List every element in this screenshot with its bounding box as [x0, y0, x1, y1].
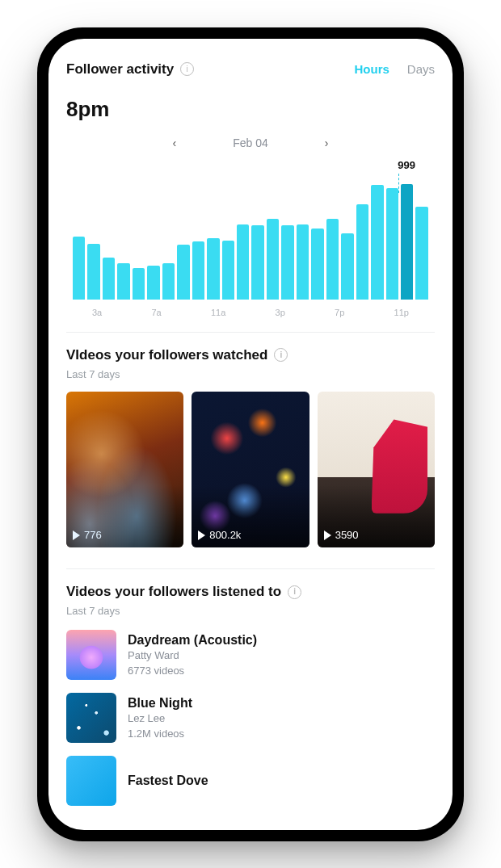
chart-callout-value: 999 — [398, 159, 415, 171]
song-row[interactable]: Daydream (Acoustic) Patty Ward 6773 vide… — [66, 630, 435, 680]
prev-date-button[interactable]: ‹ — [173, 136, 177, 149]
song-artist: Lez Lee — [128, 712, 192, 724]
chart-bar[interactable] — [297, 224, 309, 300]
date-label: Feb 04 — [233, 136, 268, 149]
next-date-button[interactable]: › — [325, 136, 329, 149]
watched-section-title: VIdeos your followers watched — [66, 347, 267, 363]
song-title: Blue Night — [128, 696, 192, 711]
screen: Follower activity i Hours Days 8pm ‹ Feb… — [48, 39, 453, 830]
album-art — [66, 756, 116, 806]
axis-tick: 3p — [276, 308, 285, 317]
video-thumbnail[interactable]: 800.2k — [192, 392, 309, 548]
song-video-count: 6773 videos — [128, 665, 257, 677]
page-title: Follower activity — [66, 61, 174, 78]
axis-tick: 7p — [335, 308, 344, 317]
chart-bar[interactable] — [133, 268, 145, 300]
tab-days[interactable]: Days — [407, 62, 435, 76]
chart-bar[interactable] — [267, 219, 279, 300]
info-icon[interactable]: i — [180, 62, 194, 76]
song-title: Fastest Dove — [128, 774, 208, 788]
song-row[interactable]: Fastest Dove — [66, 756, 435, 806]
chart-bar[interactable] — [281, 225, 293, 299]
phone-frame: Follower activity i Hours Days 8pm ‹ Feb… — [37, 27, 464, 841]
album-art — [66, 693, 116, 743]
listened-subtitle: Last 7 days — [66, 605, 435, 617]
play-count: 800.2k — [209, 529, 241, 541]
date-navigator: ‹ Feb 04 › — [66, 136, 435, 149]
song-row[interactable]: Blue Night Lez Lee 1.2M videos — [66, 693, 435, 743]
chart-bar[interactable] — [237, 224, 249, 300]
chart-bar[interactable] — [386, 188, 398, 299]
selected-hour: 8pm — [66, 97, 435, 122]
song-video-count: 1.2M videos — [128, 728, 192, 740]
chart-bar[interactable] — [356, 204, 368, 299]
chart-bar[interactable] — [192, 241, 204, 299]
axis-tick: 3a — [92, 308, 102, 317]
chart-bar[interactable] — [311, 229, 323, 299]
info-icon[interactable]: i — [274, 348, 288, 362]
chart-bar[interactable] — [326, 219, 339, 300]
tab-hours[interactable]: Hours — [354, 62, 389, 76]
chart-bar[interactable] — [177, 245, 189, 299]
listened-section-title: Videos your followers listened to — [66, 584, 281, 600]
play-icon — [198, 530, 205, 540]
play-count: 776 — [84, 529, 102, 541]
chart-bar[interactable] — [371, 185, 383, 299]
chart-bar[interactable] — [73, 237, 85, 299]
song-title: Daydream (Acoustic) — [128, 633, 257, 648]
play-count: 3590 — [335, 529, 359, 541]
axis-tick: 11p — [394, 308, 409, 317]
song-artist: Patty Ward — [128, 649, 257, 661]
chart-bar[interactable] — [222, 241, 234, 300]
axis-tick: 7a — [152, 308, 162, 317]
chart-bar[interactable] — [162, 263, 175, 299]
time-tabs: Hours Days — [354, 62, 435, 76]
info-icon[interactable]: i — [288, 585, 301, 599]
chart-bar[interactable] — [401, 184, 413, 300]
play-icon — [73, 530, 80, 540]
chart-bar[interactable] — [87, 244, 99, 300]
watched-subtitle: Last 7 days — [66, 368, 435, 380]
chart-bar[interactable] — [251, 225, 263, 299]
play-icon — [324, 530, 331, 540]
chart-bar[interactable] — [117, 263, 129, 299]
chart-bar[interactable] — [207, 238, 219, 300]
chart-bar[interactable] — [341, 233, 353, 299]
album-art — [66, 630, 116, 680]
video-thumbnail[interactable]: 3590 — [318, 392, 435, 548]
chart-bar[interactable] — [147, 266, 159, 299]
divider — [66, 568, 435, 569]
video-thumbnail[interactable]: 776 — [66, 392, 183, 548]
chart-bar[interactable] — [103, 258, 115, 299]
axis-tick: 11a — [211, 308, 225, 317]
activity-chart[interactable]: 999 3a7a11a3p7p11p — [66, 159, 435, 333]
chart-bar[interactable] — [415, 207, 427, 299]
